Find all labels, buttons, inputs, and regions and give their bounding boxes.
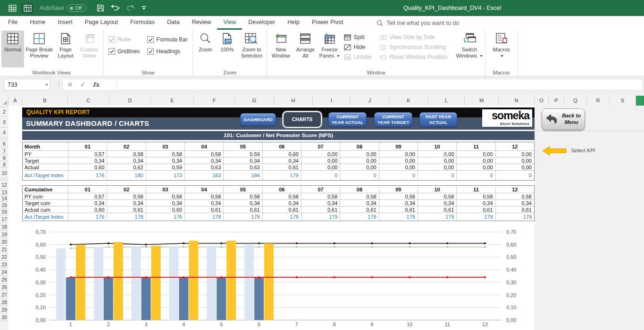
value-cell[interactable]: 06: [263, 186, 301, 193]
value-cell[interactable]: 179: [418, 213, 457, 221]
value-cell[interactable]: 0,00: [379, 151, 418, 157]
row-label-cell[interactable]: Act./Target Index: [23, 213, 68, 221]
tab-file[interactable]: File: [2, 16, 24, 30]
back-to-menu-button[interactable]: Back to Menu: [542, 108, 585, 130]
value-cell[interactable]: 05: [224, 142, 262, 150]
value-cell[interactable]: 173: [146, 171, 185, 180]
autosave-toggle[interactable]: AutoSave Off: [40, 4, 86, 12]
headings-checkbox[interactable]: Headings: [147, 48, 187, 55]
gridlines-checkbox[interactable]: Gridlines: [109, 48, 140, 55]
value-cell[interactable]: 08: [340, 186, 379, 193]
enter-icon[interactable]: ✓: [80, 81, 85, 88]
value-cell[interactable]: 04: [185, 186, 224, 193]
column-header-T[interactable]: [636, 96, 644, 106]
insert-function-icon[interactable]: fx: [93, 81, 99, 88]
value-cell[interactable]: 0,34: [263, 157, 301, 164]
value-cell[interactable]: 0,00: [301, 151, 340, 157]
value-cell[interactable]: 184: [224, 171, 262, 180]
value-cell[interactable]: 0,34: [418, 200, 457, 206]
value-cell[interactable]: 09: [379, 142, 418, 150]
row-header-19[interactable]: 19: [0, 231, 8, 238]
row-header-14[interactable]: 14: [0, 196, 8, 202]
value-cell[interactable]: 0: [496, 171, 534, 180]
row-header-12[interactable]: 12: [0, 181, 8, 189]
value-cell[interactable]: 07: [301, 186, 340, 193]
charts-button[interactable]: CHARTS: [283, 111, 322, 128]
value-cell[interactable]: 0,00: [379, 157, 418, 164]
value-cell[interactable]: 0: [340, 171, 379, 180]
value-cell[interactable]: 0,34: [185, 200, 224, 206]
row-header-9[interactable]: 9: [0, 161, 8, 168]
value-cell[interactable]: 0: [418, 171, 457, 180]
value-cell[interactable]: 0,58: [496, 193, 534, 199]
row-header-7[interactable]: 7: [0, 148, 8, 155]
value-cell[interactable]: 0,58: [340, 193, 379, 199]
value-cell[interactable]: 176: [68, 213, 107, 221]
value-cell[interactable]: 0,34: [340, 200, 379, 206]
row-header-24[interactable]: 24: [0, 268, 8, 276]
row-header-23[interactable]: 23: [0, 261, 8, 268]
value-cell[interactable]: 179: [457, 213, 495, 221]
value-cell[interactable]: 0,34: [224, 200, 262, 206]
row-header-16[interactable]: 16: [0, 208, 8, 215]
zoom-100-button[interactable]: 100 100%: [216, 31, 238, 67]
column-header-S[interactable]: S: [610, 96, 636, 106]
zoom-button[interactable]: Zoom: [194, 31, 216, 67]
row-header-17[interactable]: 17: [0, 215, 8, 223]
value-cell[interactable]: 0: [457, 171, 495, 180]
value-cell[interactable]: 0,00: [496, 151, 534, 157]
column-header-K[interactable]: K: [389, 96, 428, 106]
tab-home[interactable]: Home: [24, 16, 51, 30]
column-header-P[interactable]: P: [549, 96, 564, 106]
tab-review[interactable]: Review: [185, 16, 217, 30]
value-cell[interactable]: 0,34: [263, 200, 301, 206]
past-year-actual-button[interactable]: PAST YEAR ACTUAL: [419, 112, 457, 127]
value-cell[interactable]: 10: [418, 142, 457, 150]
row-header-15[interactable]: 15: [0, 202, 8, 208]
value-cell[interactable]: 03: [146, 142, 185, 150]
column-header-O[interactable]: O: [535, 96, 549, 106]
value-cell[interactable]: 0,60: [146, 206, 185, 213]
redo-icon[interactable]: [125, 3, 136, 13]
tab-formulas[interactable]: Formulas: [124, 16, 161, 30]
value-cell[interactable]: 03: [146, 186, 185, 193]
save-icon[interactable]: [95, 3, 106, 13]
column-header-M[interactable]: M: [465, 96, 499, 106]
new-window-button[interactable]: New Window: [268, 31, 293, 67]
row-header-25[interactable]: 25: [0, 276, 8, 283]
value-cell[interactable]: 12: [496, 186, 534, 193]
value-cell[interactable]: 0,00: [418, 151, 457, 157]
row-header-26[interactable]: 26: [0, 283, 8, 291]
tab-developer[interactable]: Developer: [242, 16, 281, 30]
value-cell[interactable]: 179: [263, 171, 301, 180]
value-cell[interactable]: 0,34: [496, 200, 534, 206]
value-cell[interactable]: 0,34: [107, 200, 146, 206]
normal-view-button[interactable]: Normal: [1, 31, 24, 67]
value-cell[interactable]: 0,34: [68, 200, 107, 206]
unhide-button[interactable]: Unhide: [344, 54, 371, 60]
column-header-D[interactable]: D: [109, 96, 151, 106]
current-year-target-button[interactable]: CURRENT YEAR TARGET: [374, 112, 412, 127]
tab-help[interactable]: Help: [281, 16, 306, 30]
value-cell[interactable]: 0,00: [418, 157, 457, 164]
tab-view[interactable]: View: [217, 16, 242, 30]
name-box-dropdown-icon[interactable]: [42, 79, 50, 90]
value-cell[interactable]: 0,34: [146, 157, 185, 164]
zoom-to-selection-button[interactable]: Zoom to Selection: [238, 31, 265, 67]
value-cell[interactable]: 04: [185, 142, 224, 150]
view-side-by-side-button[interactable]: View Side by Side: [380, 34, 447, 41]
value-cell[interactable]: 0,61: [340, 206, 379, 213]
value-cell[interactable]: 0,58: [185, 151, 224, 157]
row-label-cell[interactable]: Target cum: [23, 200, 68, 206]
custom-views-button[interactable]: Custom Views: [77, 31, 101, 67]
value-cell[interactable]: 0,00: [457, 157, 495, 164]
value-cell[interactable]: 0,58: [457, 193, 495, 199]
value-cell[interactable]: 179: [379, 213, 418, 221]
value-cell[interactable]: 0,62: [107, 164, 146, 170]
synchronous-scrolling-button[interactable]: Synchronous Scrolling: [380, 44, 447, 50]
value-cell[interactable]: 0,34: [301, 200, 340, 206]
value-cell[interactable]: 0,63: [185, 164, 224, 170]
value-cell[interactable]: 0,00: [379, 164, 418, 170]
value-cell[interactable]: 179: [496, 213, 534, 221]
value-cell[interactable]: 0,00: [457, 164, 495, 170]
